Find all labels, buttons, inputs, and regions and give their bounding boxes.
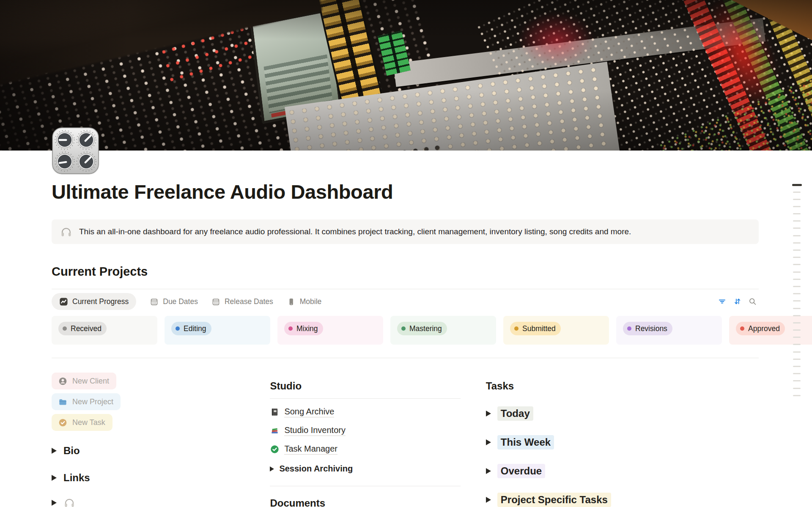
toggle-bio[interactable]: Bio <box>52 445 250 457</box>
toc-item[interactable] <box>793 220 801 222</box>
toc-item[interactable] <box>793 242 801 244</box>
divider <box>270 486 460 486</box>
toc-item[interactable] <box>793 366 801 367</box>
toggle-label: Bio <box>63 445 80 457</box>
column-left: New Client New Project New Task Bio <box>52 369 250 507</box>
status-badge[interactable]: Mixing <box>284 322 323 335</box>
calendar-icon <box>150 297 159 306</box>
line-chart-icon <box>59 297 68 306</box>
filter-icon[interactable] <box>718 297 727 306</box>
sort-icon[interactable] <box>733 297 742 306</box>
toc <box>792 184 802 396</box>
board-column-submitted: Submitted <box>503 316 609 345</box>
link-label[interactable]: Task Manager <box>284 444 337 455</box>
toc-item[interactable] <box>793 227 801 229</box>
board-column-revisions: Revisions <box>616 316 722 345</box>
status-badge[interactable]: Editing <box>171 322 211 335</box>
status-badge[interactable]: Received <box>58 322 107 335</box>
toggle-partial[interactable] <box>52 497 250 507</box>
toc-item[interactable] <box>793 300 801 301</box>
mobile-phone-icon <box>287 297 296 306</box>
toc-item[interactable] <box>793 308 801 309</box>
board-column-mastering: Mastering <box>390 316 496 345</box>
toc-item[interactable] <box>793 322 801 323</box>
toggle-this-week[interactable]: This Week <box>486 435 759 449</box>
toc-item[interactable] <box>793 315 801 316</box>
studio-heading: Studio <box>270 380 460 392</box>
search-icon[interactable] <box>748 297 757 306</box>
status-label: Mastering <box>409 324 442 333</box>
toc-current-item[interactable] <box>792 184 802 186</box>
status-badge[interactable]: Submitted <box>510 322 561 335</box>
toc-item[interactable] <box>793 271 801 273</box>
toc-item[interactable] <box>793 351 801 353</box>
intro-callout[interactable]: This an all-in-one dashboard for any fre… <box>52 219 759 244</box>
tab-label: Current Progress <box>72 297 129 306</box>
toc-item[interactable] <box>793 206 801 207</box>
toc-item[interactable] <box>793 395 801 396</box>
view-toolbar <box>718 297 757 306</box>
page-icon-control-knobs[interactable] <box>52 127 99 174</box>
toc-item[interactable] <box>793 359 801 360</box>
toggle-triangle-icon[interactable] <box>52 475 57 481</box>
toc-item[interactable] <box>793 249 801 251</box>
link-song-archive[interactable]: Song Archive <box>270 407 460 417</box>
toc-item[interactable] <box>793 286 801 287</box>
toc-item[interactable] <box>793 329 801 331</box>
new-project-button[interactable]: New Project <box>52 393 121 410</box>
toc-item[interactable] <box>793 192 801 193</box>
status-badge[interactable]: Mastering <box>397 322 447 335</box>
toggle-triangle-icon[interactable] <box>270 466 274 471</box>
button-label: New Client <box>72 377 109 386</box>
toc-item[interactable] <box>793 380 801 381</box>
tab-label: Due Dates <box>163 297 198 306</box>
status-board: Received Editing Mixing Mastering Su <box>52 316 812 345</box>
toggle-triangle-icon[interactable] <box>52 500 57 506</box>
toggle-triangle-icon[interactable] <box>486 411 491 417</box>
toggle-session-archiving[interactable]: Session Archiving <box>270 464 460 474</box>
check-circle-green-icon <box>270 444 280 454</box>
status-label: Revisions <box>635 324 667 333</box>
link-studio-inventory[interactable]: Studio Inventory <box>270 425 460 436</box>
toc-item[interactable] <box>793 293 801 294</box>
tab-current-progress[interactable]: Current Progress <box>52 293 136 310</box>
status-dot <box>627 326 631 331</box>
toggle-triangle-icon[interactable] <box>486 497 491 503</box>
tab-due-dates[interactable]: Due Dates <box>150 297 198 306</box>
page-title[interactable]: Ultimate Freelance Audio Dashboard <box>52 151 759 203</box>
tab-release-dates[interactable]: Release Dates <box>211 297 273 306</box>
toggle-today[interactable]: Today <box>486 406 759 421</box>
column-studio: Studio Song Archive Studio Inventory <box>270 369 460 507</box>
toc-item[interactable] <box>793 264 801 265</box>
status-label: Approved <box>748 324 780 333</box>
toc-item[interactable] <box>793 199 801 200</box>
toc-item[interactable] <box>793 388 801 389</box>
link-label[interactable]: Song Archive <box>284 407 334 417</box>
check-circle-icon <box>58 418 68 428</box>
divider <box>52 289 759 289</box>
link-task-manager[interactable]: Task Manager <box>270 444 460 455</box>
link-label[interactable]: Studio Inventory <box>284 425 346 436</box>
toggle-overdue[interactable]: Overdue <box>486 464 759 478</box>
toc-item[interactable] <box>793 235 801 236</box>
toc-item[interactable] <box>793 213 801 214</box>
toc-item[interactable] <box>793 373 801 374</box>
status-badge[interactable]: Revisions <box>623 322 672 335</box>
new-client-button[interactable]: New Client <box>52 373 116 389</box>
new-task-button[interactable]: New Task <box>52 414 112 431</box>
toc-item[interactable] <box>793 337 801 338</box>
toggle-triangle-icon[interactable] <box>52 448 57 454</box>
toggle-project-specific-tasks[interactable]: Project Specific Tasks <box>486 493 759 507</box>
toggle-triangle-icon[interactable] <box>486 439 491 445</box>
toc-item[interactable] <box>793 279 801 280</box>
column-tasks: Tasks Today This Week Overdue Project Sp… <box>486 369 759 507</box>
toc-item[interactable] <box>793 257 801 258</box>
status-badge[interactable]: Approved <box>736 322 785 335</box>
toggle-triangle-icon[interactable] <box>486 468 491 474</box>
books-icon <box>270 426 280 436</box>
tab-mobile[interactable]: Mobile <box>287 297 322 306</box>
toc-item[interactable] <box>793 344 801 345</box>
status-dot <box>176 326 180 331</box>
folder-icon <box>58 397 68 407</box>
toggle-links[interactable]: Links <box>52 472 250 484</box>
